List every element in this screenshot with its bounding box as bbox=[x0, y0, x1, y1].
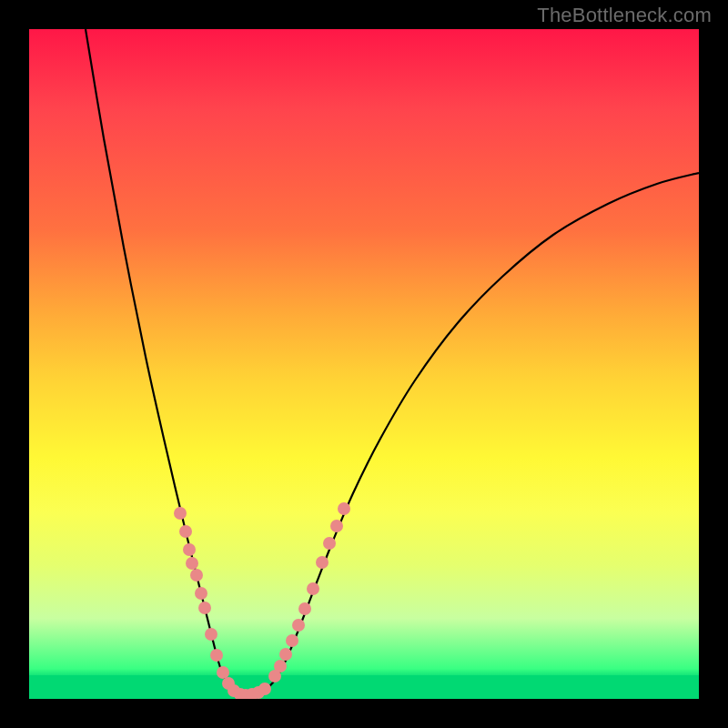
data-marker bbox=[210, 649, 223, 662]
data-marker bbox=[323, 537, 336, 550]
data-marker bbox=[198, 602, 211, 614]
curve-layer bbox=[29, 29, 699, 699]
markers-right-cluster bbox=[268, 502, 350, 682]
data-marker bbox=[186, 557, 198, 570]
data-marker bbox=[205, 628, 217, 641]
data-marker bbox=[330, 520, 343, 532]
data-marker bbox=[298, 602, 311, 615]
data-marker bbox=[316, 556, 329, 569]
watermark-text: TheBottleneck.com bbox=[537, 4, 712, 27]
data-marker bbox=[292, 619, 305, 632]
data-marker bbox=[279, 648, 292, 661]
data-marker bbox=[190, 569, 203, 581]
data-marker bbox=[195, 587, 207, 600]
plot-area bbox=[29, 29, 699, 699]
chart-frame: TheBottleneck.com bbox=[0, 0, 728, 728]
data-marker bbox=[217, 666, 229, 679]
data-marker bbox=[286, 634, 298, 647]
data-marker bbox=[258, 682, 271, 695]
data-marker bbox=[179, 525, 192, 538]
left-curve bbox=[86, 29, 246, 695]
data-marker bbox=[307, 582, 319, 595]
markers-left-cluster bbox=[174, 507, 271, 699]
data-marker bbox=[274, 660, 287, 672]
data-marker bbox=[338, 502, 350, 515]
data-marker bbox=[183, 543, 196, 556]
data-marker bbox=[174, 507, 187, 520]
right-curve bbox=[246, 173, 699, 695]
